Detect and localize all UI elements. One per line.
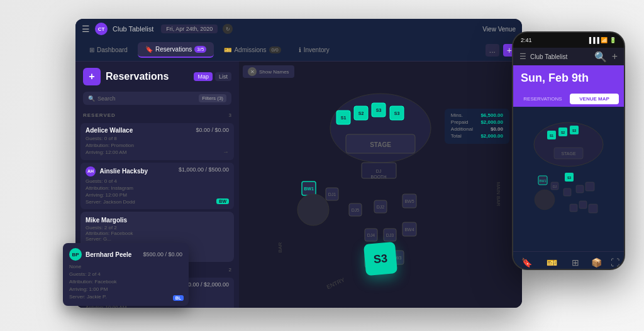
panel-controls: Map List: [194, 72, 231, 81]
dashboard-nav-icon: ⊞: [572, 258, 579, 268]
reservation-card-adelice[interactable]: Adelice Wallace $0.00 / $0.00 Guests: 0 …: [80, 123, 234, 160]
svg-text:S3: S3: [376, 108, 382, 112]
scanner-nav-icon: ⛶: [611, 258, 619, 268]
panel-header: + Reservations Map List: [75, 62, 239, 92]
admissions-nav-icon: 🎫: [547, 258, 557, 268]
reserved-count: 3: [229, 112, 231, 118]
scene: ☰ CT Club Tablelist Fri, Apr 24th, 2020 …: [0, 0, 644, 331]
tab-reservations[interactable]: 🔖 Reservations 3/5: [138, 42, 214, 58]
inventory-nav-label: Inventory: [587, 269, 606, 270]
reservations-nav-icon: 🔖: [521, 258, 532, 268]
svg-text:S2: S2: [358, 111, 364, 116]
phone-date-header: Sun, Feb 9th: [513, 65, 624, 91]
s3-floating-badge: S3: [364, 242, 397, 276]
show-names-label: Show Names: [259, 69, 289, 75]
tab-dashboard[interactable]: ⊞ Dashboard: [82, 43, 135, 57]
phone-tab-venue-map[interactable]: VENUE MAP: [570, 94, 619, 104]
filters-button[interactable]: Filters (3): [199, 94, 226, 102]
card-details: Guests: 0 of 4 Attribution: Instagram Ar…: [86, 178, 229, 206]
svg-point-40: [534, 122, 603, 166]
phone-nav-admissions[interactable]: 🎫 Admissions: [541, 258, 564, 270]
nav-tabs: ⊞ Dashboard 🔖 Reservations 3/5 🎫 Admissi…: [75, 39, 522, 62]
reservation-card-ainslie[interactable]: AH Ainslie Hacksby $1,000.00 / $500.00 G…: [80, 163, 234, 210]
svg-rect-53: [564, 188, 571, 196]
reserved-label: RESERVED: [83, 112, 116, 118]
active-card-details: Guests: 2 of 2 Attribution: Facebook Ser…: [86, 225, 229, 242]
app-name-label: Club Tablelist: [113, 25, 153, 33]
dashboard-nav-label: Dashboard: [565, 269, 586, 270]
amount: $0.00 / $0.00: [196, 127, 229, 133]
phone-map-content: STAGE S1 S2 S3 BW1 DJ: [513, 107, 624, 251]
panel-title: Reservations: [106, 71, 169, 82]
prepaid-label: Prepaid: [451, 119, 469, 125]
list-view-button[interactable]: List: [215, 72, 231, 81]
phone-bottom-nav: 🔖 Reservations 🎫 Admissions ⊞ Dashboard …: [513, 251, 624, 270]
close-show-names[interactable]: ✕: [248, 67, 257, 76]
svg-text:DJ: DJ: [376, 169, 382, 173]
svg-text:S1: S1: [550, 134, 553, 138]
phone-date-text: Sun, Feb 9th: [521, 72, 616, 85]
phone-nav-dashboard[interactable]: ⊞ Dashboard: [565, 258, 586, 270]
svg-text:DJ: DJ: [553, 185, 557, 188]
search-bar: 🔍 Filters (3): [83, 92, 231, 105]
mins-label: Mins.: [451, 112, 463, 118]
svg-text:DJ1: DJ1: [328, 192, 336, 197]
svg-text:DJ4: DJ4: [367, 233, 375, 237]
svg-point-38: [297, 194, 329, 225]
guest-avatar: AH: [86, 166, 96, 176]
additional-label: Additional: [451, 126, 473, 132]
floating-avatar: BP: [69, 248, 82, 261]
floating-amount: $500.00 / $0.00: [143, 251, 182, 258]
card-details: Guests: 0 of 8 Attribution: Promotion Ar…: [86, 135, 229, 156]
date-badge: Fri, Apr 24th, 2020: [161, 24, 218, 33]
additional-value: $0.00: [491, 126, 503, 132]
svg-text:S2: S2: [561, 131, 565, 134]
hamburger-icon[interactable]: ☰: [82, 24, 90, 34]
phone-hamburger-icon[interactable]: ☰: [519, 52, 526, 61]
refresh-icon[interactable]: ↻: [223, 24, 233, 34]
svg-text:DJ3: DJ3: [386, 233, 394, 237]
phone-tab-reservations[interactable]: RESERVATIONS: [518, 94, 567, 104]
svg-rect-58: [589, 204, 597, 213]
prepaid-value: $2,000.00: [480, 119, 503, 125]
svg-point-59: [535, 190, 555, 210]
more-options-button[interactable]: ...: [486, 44, 499, 57]
nav-tabs-actions: ... +: [486, 44, 516, 57]
admissions-nav-label: Admissions: [541, 269, 564, 270]
svg-rect-56: [570, 204, 577, 212]
admissions-badge: 0/0: [269, 46, 281, 53]
add-reservation-button[interactable]: +: [83, 68, 101, 85]
search-input[interactable]: [97, 95, 196, 102]
tab-inventory[interactable]: ℹ Inventory: [291, 43, 337, 57]
floating-name: Bernhard Peele: [86, 251, 131, 258]
svg-rect-57: [579, 201, 587, 209]
svg-text:DJ2: DJ2: [377, 205, 385, 209]
phone-add-icon[interactable]: +: [612, 51, 618, 63]
phone-app-name: Club Tablelist: [530, 53, 567, 60]
amount: $1,000.00 / $500.00: [179, 166, 229, 173]
svg-text:STAGE: STAGE: [561, 151, 576, 156]
phone-nav-scanner[interactable]: ⛶ Scanner: [607, 258, 623, 270]
svg-text:BW1: BW1: [304, 187, 314, 191]
tab-admissions[interactable]: 🎫 Admissions 0/0: [216, 43, 288, 57]
svg-rect-54: [576, 185, 584, 193]
floating-card-header: BP Bernhard Peele $500.00 / $0.00: [69, 248, 182, 261]
table-badge: BW: [216, 198, 229, 204]
phone-nav-inventory[interactable]: 📦 Inventory: [587, 258, 606, 270]
mobile-phone: 2:41 ▐▐▐ 📶 🔋 ☰ Club Tablelist 🔍 + Sun, F…: [512, 31, 625, 270]
svg-text:BW5: BW5: [404, 199, 414, 203]
map-view-button[interactable]: Map: [194, 72, 213, 81]
reservations-icon: 🔖: [145, 46, 153, 53]
show-names-bar: ✕ Show Names: [243, 65, 294, 78]
phone-search-icon[interactable]: 🔍: [594, 51, 607, 63]
stats-bar: Mins. $6,500.00 Prepaid $2,000.00 Additi…: [445, 109, 509, 144]
view-venue-link[interactable]: View Venue: [482, 26, 516, 33]
svg-text:S3: S3: [567, 176, 571, 180]
phone-nav-bar: ☰ Club Tablelist 🔍 +: [513, 48, 624, 65]
top-bar: ☰ CT Club Tablelist Fri, Apr 24th, 2020 …: [75, 19, 522, 39]
inventory-icon: ℹ: [299, 46, 301, 53]
svg-text:BW1: BW1: [540, 179, 547, 183]
phone-time: 2:41: [521, 37, 532, 43]
phone-nav-right: 🔍 +: [594, 51, 618, 63]
floating-card-bernhard[interactable]: BP Bernhard Peele $500.00 / $0.00 None G…: [63, 243, 189, 306]
